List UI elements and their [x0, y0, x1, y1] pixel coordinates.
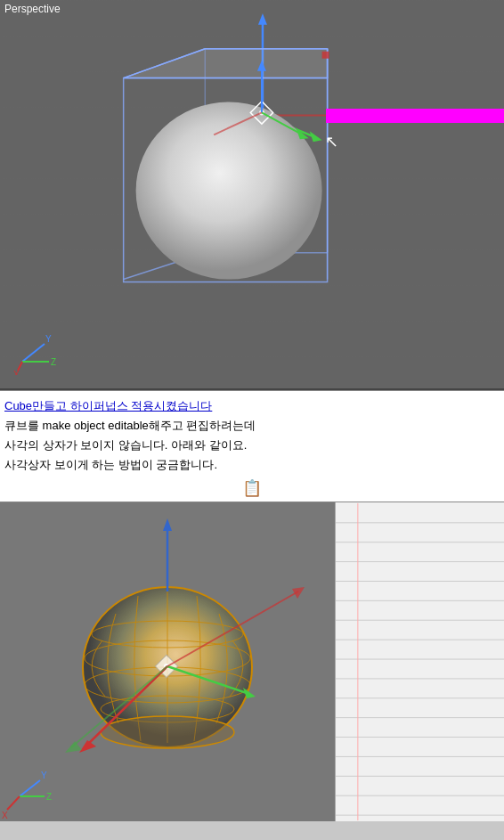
- viewport-bottom-left[interactable]: Y Z X: [0, 502, 335, 821]
- cursor: ↖: [325, 132, 343, 150]
- viewport-bottom-right: [335, 502, 504, 821]
- grid-background-bottom: [0, 502, 335, 821]
- text-area: Cube만들고 하이퍼넙스 적용시켰습니다 큐브를 make object ed…: [0, 390, 504, 502]
- text-line-3: 사각의 상자가 보이지 않습니다. 아래와 같이요.: [4, 436, 500, 455]
- viewport-bottom[interactable]: Y Z X: [0, 502, 504, 821]
- clipboard-icon: 📋: [4, 478, 500, 498]
- text-line-4: 사각상자 보이게 하는 방법이 궁금합니다.: [4, 455, 500, 475]
- svg-text:X: X: [13, 370, 20, 375]
- axes-indicator-top: Y Z X: [13, 326, 62, 375]
- ruled-lines-svg: [336, 502, 504, 821]
- text-line-2: 큐브를 make object editable해주고 편집하려는데: [4, 416, 500, 436]
- perspective-label: Perspective: [4, 3, 61, 15]
- viewport-top[interactable]: Perspective: [0, 0, 504, 390]
- svg-line-24: [22, 344, 45, 362]
- grid-background-top: [0, 0, 504, 388]
- text-line-1: Cube만들고 하이퍼넙스 적용시켰습니다: [4, 396, 500, 416]
- svg-text:Z: Z: [51, 357, 56, 367]
- svg-text:Y: Y: [45, 334, 52, 344]
- hypernurbs-bar: [326, 109, 504, 123]
